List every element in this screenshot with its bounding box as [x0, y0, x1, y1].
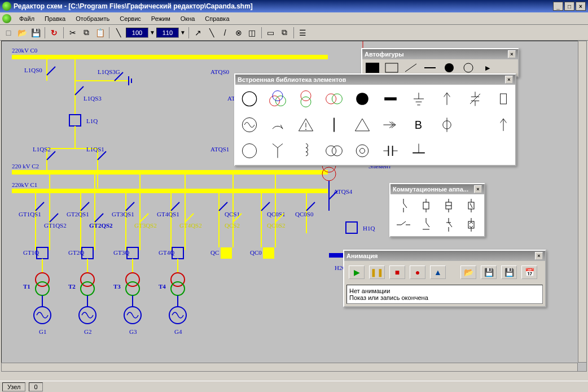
switch-box-3[interactable]: [460, 197, 482, 215]
lib-2circle-vert[interactable]: [294, 87, 318, 111]
switch-open-v[interactable]: [393, 197, 414, 215]
line-tool-button[interactable]: [112, 27, 125, 39]
menu-windows[interactable]: Окна: [176, 14, 200, 23]
save-button[interactable]: [29, 27, 42, 39]
lib-2circle-horiz2[interactable]: [322, 139, 346, 163]
lib-circle2[interactable]: [238, 139, 261, 163]
lib-source[interactable]: [238, 113, 261, 137]
save-anim-button[interactable]: 💾: [481, 265, 497, 279]
maximize-button[interactable]: □: [564, 2, 574, 11]
lib-arrow-up2[interactable]: [492, 87, 515, 111]
menu-service[interactable]: Сервис: [115, 14, 146, 23]
vertical-scrollbar[interactable]: [578, 41, 587, 363]
copy-button[interactable]: [80, 27, 93, 39]
svg-text:GT3QS1: GT3QS1: [112, 211, 134, 217]
lib-bar[interactable]: [379, 87, 402, 111]
svg-text:G3: G3: [129, 328, 137, 335]
switches-panel[interactable]: Коммутационные аппа... ×: [389, 183, 485, 237]
save-all-button[interactable]: 💾: [501, 265, 517, 279]
switches-close-button[interactable]: ×: [474, 185, 482, 193]
lib-arrow-up3[interactable]: [492, 113, 515, 137]
library-close-button[interactable]: ×: [505, 76, 513, 84]
lib-arrow-up[interactable]: [435, 87, 459, 111]
menu-help[interactable]: Справка: [200, 14, 234, 23]
shape-rect-fill[interactable]: [365, 62, 380, 74]
open-button[interactable]: [16, 27, 28, 39]
library-panel[interactable]: Встроенная библиотека элементов × B: [234, 73, 516, 166]
lib-ground[interactable]: [407, 87, 431, 111]
lib-circle-fill[interactable]: [350, 87, 374, 111]
element-tool-button[interactable]: [246, 27, 258, 39]
switch-box-1[interactable]: [415, 197, 437, 215]
svg-text:T3: T3: [113, 283, 121, 290]
animation-panel[interactable]: Анимация × ▶ ❚❚ ■ ● ▲ 📂 💾 💾 📅 Нет анимац…: [343, 250, 546, 307]
duplicate-button[interactable]: [278, 27, 291, 39]
play-button[interactable]: ▶: [349, 265, 365, 279]
lib-arc[interactable]: [266, 113, 289, 137]
lib-phi[interactable]: [435, 113, 459, 137]
pause-button[interactable]: ❚❚: [369, 265, 385, 279]
stop-button[interactable]: ■: [389, 265, 405, 279]
switch-ground[interactable]: [415, 216, 437, 234]
animation-close-button[interactable]: ×: [535, 252, 543, 260]
select-tool-button[interactable]: [265, 27, 277, 39]
menu-file[interactable]: Файл: [15, 14, 39, 23]
paste-button[interactable]: [94, 27, 106, 39]
lib-empty3[interactable]: [463, 139, 487, 163]
lib-2circle-horiz[interactable]: [322, 87, 346, 111]
lib-empty2[interactable]: [435, 139, 459, 163]
horizontal-scrollbar[interactable]: [1, 363, 578, 372]
lib-circle[interactable]: [238, 87, 261, 111]
library-title: Встроенная библиотека элементов: [238, 76, 346, 83]
lib-target[interactable]: [350, 139, 374, 163]
switch-tool-button[interactable]: [219, 27, 231, 39]
shape-more-icon[interactable]: ▶: [480, 62, 495, 74]
status-node-value: 0: [29, 382, 42, 391]
switch-disc[interactable]: [438, 216, 459, 234]
arrow-tool-button[interactable]: [192, 27, 204, 39]
switch-box-2[interactable]: [438, 197, 459, 215]
menu-display[interactable]: Отобразить: [71, 14, 114, 23]
svg-text:L1QS1: L1QS1: [86, 146, 104, 153]
close-button[interactable]: ×: [576, 2, 586, 11]
switch-box-arrow[interactable]: [460, 216, 482, 234]
lib-empty4[interactable]: [492, 139, 515, 163]
record-button[interactable]: ●: [410, 265, 425, 279]
scale-field-1[interactable]: 100: [126, 28, 148, 38]
refresh-button[interactable]: [48, 27, 60, 39]
lib-ground2[interactable]: [407, 139, 431, 163]
new-button[interactable]: [2, 27, 15, 39]
statusbar: Узел 0: [0, 381, 588, 392]
scale-field-2[interactable]: 110: [156, 28, 179, 38]
switch-open-h[interactable]: [393, 216, 414, 234]
properties-button[interactable]: [297, 27, 309, 39]
lib-3circle-color[interactable]: [266, 87, 289, 111]
eject-button[interactable]: ▲: [430, 265, 446, 279]
connector-tool-button[interactable]: [205, 27, 218, 39]
lib-double-arrow[interactable]: [379, 113, 402, 137]
calendar-button[interactable]: 📅: [521, 265, 537, 279]
shape-rect-outline[interactable]: [384, 62, 400, 74]
shape-circle-outline[interactable]: [460, 62, 476, 74]
lib-cap-horiz[interactable]: [379, 139, 402, 163]
shape-line-diag[interactable]: [403, 62, 419, 74]
lib-vert-line[interactable]: [322, 113, 346, 137]
lib-antenna[interactable]: [266, 139, 289, 163]
shape-line-horiz[interactable]: [422, 62, 438, 74]
lib-triangle-warn[interactable]: [294, 113, 318, 137]
cut-button[interactable]: [67, 27, 79, 39]
lib-triangle[interactable]: [350, 113, 374, 137]
lib-empty1[interactable]: [463, 113, 487, 137]
menu-mode[interactable]: Режим: [147, 14, 175, 23]
transformer-tool-button[interactable]: [232, 27, 245, 39]
autoshapes-close-button[interactable]: ×: [508, 50, 516, 58]
menu-edit[interactable]: Правка: [40, 14, 70, 23]
svg-rect-142: [501, 94, 507, 104]
lib-inductor[interactable]: [294, 139, 318, 163]
open-anim-button[interactable]: 📂: [460, 265, 476, 279]
lib-b-glyph[interactable]: B: [407, 113, 431, 137]
shape-circle-fill[interactable]: [441, 62, 457, 74]
svg-text:QCS1: QCS1: [225, 211, 240, 217]
lib-capacitor-vert[interactable]: [463, 87, 487, 111]
minimize-button[interactable]: _: [553, 2, 563, 11]
